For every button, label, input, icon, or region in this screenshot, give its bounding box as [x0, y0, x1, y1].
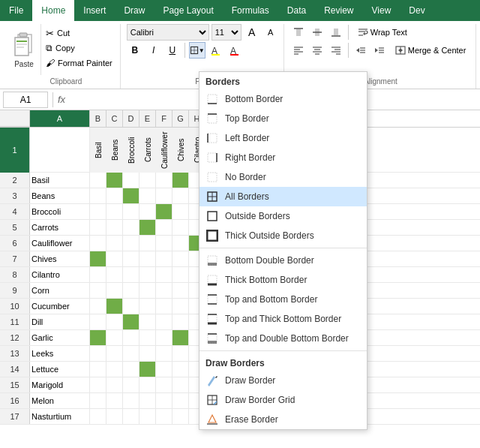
thick-bottom-border-item[interactable]: Thick Bottom Border [200, 270, 367, 290]
data-cell[interactable] [90, 283, 106, 298]
data-cell[interactable] [123, 409, 140, 424]
data-cell[interactable] [172, 173, 189, 188]
copy-button[interactable]: ⧉ Copy [43, 41, 116, 56]
cell-label[interactable]: Leeks [30, 346, 90, 361]
top-double-bottom-border-item[interactable]: Top and Double Bottom Border [200, 329, 367, 348]
font-decrease-button[interactable]: A [262, 24, 279, 41]
data-cell[interactable] [156, 267, 172, 282]
data-cell[interactable] [140, 220, 156, 235]
borders-dropdown[interactable]: Borders Bottom Border Top Border Left Bo… [199, 71, 368, 430]
data-cell[interactable] [140, 409, 156, 424]
data-cell[interactable] [156, 346, 172, 361]
data-cell[interactable] [172, 204, 189, 219]
outside-borders-item[interactable]: Outside Borders [200, 206, 367, 226]
data-cell[interactable] [106, 220, 123, 235]
data-cell[interactable] [106, 236, 123, 251]
no-border-item[interactable]: No Border [200, 167, 367, 187]
thick-outside-borders-item[interactable]: Thick Outside Borders [200, 226, 367, 245]
cell-label[interactable]: Carrots [30, 220, 90, 235]
data-cell[interactable] [90, 204, 106, 219]
align-middle-button[interactable] [309, 24, 326, 41]
indent-decrease-button[interactable] [352, 42, 369, 59]
data-cell[interactable] [90, 346, 106, 361]
row-header-5[interactable]: 5 [0, 220, 30, 235]
data-cell[interactable] [90, 362, 106, 377]
data-cell[interactable] [123, 267, 140, 282]
data-cell[interactable] [106, 173, 123, 188]
align-bottom-button[interactable] [328, 24, 344, 41]
col-header-E[interactable]: E [140, 110, 156, 127]
data-cell[interactable] [140, 204, 156, 219]
tab-home[interactable]: Home [32, 0, 74, 21]
data-cell[interactable] [172, 299, 189, 314]
tab-view[interactable]: View [363, 0, 400, 21]
all-borders-item[interactable]: All Borders [200, 187, 367, 206]
data-cell[interactable] [156, 393, 172, 408]
data-cell[interactable] [106, 330, 123, 345]
data-cell[interactable] [123, 346, 140, 361]
row-header-3[interactable]: 3 [0, 188, 30, 203]
data-cell[interactable] [106, 409, 123, 424]
data-cell[interactable] [156, 236, 172, 251]
data-cell[interactable] [140, 330, 156, 345]
row-header-8[interactable]: 8 [0, 267, 30, 282]
data-cell[interactable] [90, 220, 106, 235]
data-cell[interactable] [106, 204, 123, 219]
data-cell[interactable] [156, 204, 172, 219]
data-cell[interactable] [172, 346, 189, 361]
tab-dev[interactable]: Dev [400, 0, 434, 21]
data-cell[interactable] [90, 330, 106, 345]
data-cell[interactable] [123, 362, 140, 377]
row-header-11[interactable]: 11 [0, 314, 30, 329]
row-header-2[interactable]: 2 [0, 173, 30, 188]
data-cell[interactable] [106, 377, 123, 392]
tab-draw[interactable]: Draw [115, 0, 154, 21]
cell-reference[interactable]: A1 [3, 92, 48, 108]
data-cell[interactable] [140, 314, 156, 329]
left-border-item[interactable]: Left Border [200, 128, 367, 148]
cell-label[interactable]: Broccoli [30, 204, 90, 219]
bottom-double-border-item[interactable]: Bottom Double Border [200, 251, 367, 270]
align-left-button[interactable] [290, 42, 307, 59]
col-header-F[interactable]: F [156, 110, 172, 127]
data-cell[interactable] [172, 251, 189, 266]
merge-center-button[interactable]: Merge & Center [390, 42, 472, 59]
cell-label[interactable]: Melon [30, 393, 90, 408]
draw-border-item[interactable]: Draw Border [200, 371, 367, 390]
col-header-D[interactable]: D [123, 110, 140, 127]
data-cell[interactable] [123, 330, 140, 345]
data-cell[interactable] [106, 283, 123, 298]
data-cell[interactable] [123, 236, 140, 251]
data-cell[interactable] [90, 173, 106, 188]
indent-increase-button[interactable] [371, 42, 388, 59]
top-bottom-border-item[interactable]: Top and Bottom Border [200, 290, 367, 309]
tab-file[interactable]: File [0, 0, 32, 21]
data-cell[interactable] [90, 299, 106, 314]
data-cell[interactable] [123, 393, 140, 408]
data-cell[interactable] [156, 173, 172, 188]
fill-color-button[interactable]: A [208, 42, 224, 59]
wrap-text-button[interactable]: Wrap Text [352, 24, 412, 41]
data-cell[interactable] [140, 236, 156, 251]
cell-A1[interactable] [30, 128, 90, 173]
draw-border-grid-item[interactable]: Draw Border Grid [200, 390, 367, 410]
col-header-C[interactable]: C [106, 110, 123, 127]
row-header-10[interactable]: 10 [0, 299, 30, 314]
tab-review[interactable]: Review [315, 0, 362, 21]
top-border-item[interactable]: Top Border [200, 109, 367, 128]
data-cell[interactable] [140, 283, 156, 298]
font-color-button[interactable]: A [226, 42, 243, 59]
cell-label[interactable]: Basil [30, 173, 90, 188]
data-cell[interactable] [123, 299, 140, 314]
data-cell[interactable] [140, 377, 156, 392]
underline-button[interactable]: U [164, 42, 181, 59]
align-right-button[interactable] [328, 42, 344, 59]
data-cell[interactable] [172, 314, 189, 329]
right-border-item[interactable]: Right Border [200, 148, 367, 167]
data-cell[interactable] [156, 283, 172, 298]
data-cell[interactable] [172, 283, 189, 298]
data-cell[interactable] [156, 377, 172, 392]
cell-label[interactable]: Garlic [30, 330, 90, 345]
data-cell[interactable] [123, 251, 140, 266]
data-cell[interactable] [90, 409, 106, 424]
